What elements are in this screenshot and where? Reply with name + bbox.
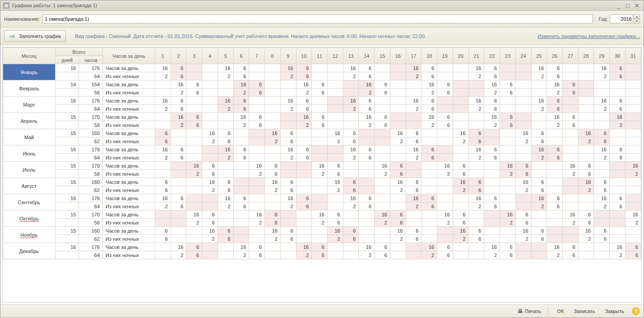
night-cell[interactable] bbox=[202, 202, 218, 210]
night-cell[interactable]: 2 bbox=[406, 154, 422, 162]
night-cell[interactable] bbox=[233, 235, 249, 243]
day-cell[interactable]: 6 bbox=[327, 210, 343, 219]
day-cell[interactable]: 6 bbox=[359, 97, 375, 105]
night-cell[interactable]: 2 bbox=[296, 89, 312, 97]
night-cell[interactable] bbox=[453, 251, 468, 259]
day-cell[interactable]: 16 bbox=[468, 64, 484, 72]
day-cell[interactable]: 6 bbox=[296, 194, 312, 202]
day-cell[interactable]: 6 bbox=[265, 210, 281, 219]
day-cell[interactable] bbox=[343, 162, 359, 170]
day-cell[interactable] bbox=[531, 80, 547, 89]
day-cell[interactable]: 16 bbox=[327, 178, 343, 186]
day-cell[interactable]: 6 bbox=[155, 178, 171, 186]
night-cell[interactable]: 6 bbox=[155, 137, 171, 145]
night-cell[interactable] bbox=[202, 251, 218, 259]
night-cell[interactable]: 6 bbox=[202, 170, 218, 178]
night-cell[interactable]: 6 bbox=[171, 72, 186, 80]
day-cell[interactable] bbox=[594, 80, 610, 89]
night-cell[interactable] bbox=[437, 202, 453, 210]
night-cell[interactable] bbox=[296, 219, 312, 227]
day-cell[interactable]: 6 bbox=[453, 210, 468, 219]
day-cell[interactable]: 16 bbox=[610, 243, 625, 251]
day-cell[interactable] bbox=[296, 162, 312, 170]
night-cell[interactable]: 2 bbox=[547, 121, 563, 129]
day-cell[interactable] bbox=[500, 145, 516, 154]
day-cell[interactable]: 6 bbox=[155, 129, 171, 137]
day-cell[interactable]: 6 bbox=[484, 64, 500, 72]
night-cell[interactable]: 2 bbox=[578, 235, 594, 243]
day-cell[interactable]: 6 bbox=[547, 97, 563, 105]
day-cell[interactable]: 6 bbox=[233, 97, 249, 105]
month-cell[interactable]: Май bbox=[3, 129, 56, 145]
night-cell[interactable]: 6 bbox=[468, 137, 484, 145]
night-cell[interactable]: 6 bbox=[406, 137, 422, 145]
day-cell[interactable]: 16 bbox=[406, 194, 422, 202]
night-cell[interactable]: 6 bbox=[218, 137, 233, 145]
day-cell[interactable] bbox=[202, 243, 218, 251]
day-cell[interactable] bbox=[453, 243, 468, 251]
night-cell[interactable] bbox=[578, 251, 594, 259]
day-cell[interactable]: 6 bbox=[249, 80, 265, 89]
night-cell[interactable] bbox=[594, 251, 610, 259]
night-cell[interactable] bbox=[202, 105, 218, 113]
day-cell[interactable]: 16 bbox=[202, 178, 218, 186]
day-cell[interactable]: 16 bbox=[265, 129, 281, 137]
day-cell[interactable]: 6 bbox=[484, 145, 500, 154]
day-cell[interactable]: 16 bbox=[296, 113, 312, 121]
night-cell[interactable]: 2 bbox=[500, 219, 516, 227]
day-cell[interactable]: 6 bbox=[171, 194, 186, 202]
day-cell[interactable]: 16 bbox=[484, 80, 500, 89]
night-cell[interactable] bbox=[265, 202, 281, 210]
night-cell[interactable]: 6 bbox=[453, 170, 468, 178]
day-cell[interactable]: 6 bbox=[563, 113, 579, 121]
night-cell[interactable]: 6 bbox=[594, 137, 610, 145]
day-cell[interactable]: 6 bbox=[422, 145, 437, 154]
day-cell[interactable] bbox=[265, 243, 281, 251]
day-cell[interactable] bbox=[500, 178, 516, 186]
night-cell[interactable] bbox=[563, 186, 579, 194]
day-cell[interactable]: 16 bbox=[406, 64, 422, 72]
day-cell[interactable] bbox=[327, 113, 343, 121]
day-cell[interactable]: 6 bbox=[515, 210, 531, 219]
night-cell[interactable] bbox=[468, 89, 484, 97]
night-cell[interactable]: 2 bbox=[406, 72, 422, 80]
month-cell[interactable]: Сентябрь bbox=[3, 194, 56, 210]
day-cell[interactable] bbox=[625, 64, 641, 72]
day-cell[interactable]: 16 bbox=[563, 210, 579, 219]
night-cell[interactable] bbox=[202, 72, 218, 80]
day-cell[interactable] bbox=[453, 64, 468, 72]
night-cell[interactable] bbox=[625, 89, 641, 97]
night-cell[interactable] bbox=[406, 219, 422, 227]
night-cell[interactable]: 2 bbox=[202, 137, 218, 145]
night-cell[interactable] bbox=[155, 121, 171, 129]
night-cell[interactable]: 2 bbox=[422, 251, 437, 259]
night-cell[interactable] bbox=[265, 121, 281, 129]
day-cell[interactable]: 6 bbox=[171, 145, 186, 154]
day-cell[interactable] bbox=[390, 97, 406, 105]
day-cell[interactable] bbox=[594, 210, 610, 219]
maximize-button[interactable]: □ bbox=[624, 2, 632, 9]
day-cell[interactable]: 6 bbox=[233, 145, 249, 154]
night-cell[interactable]: 6 bbox=[625, 251, 641, 259]
day-cell[interactable] bbox=[453, 145, 468, 154]
night-cell[interactable]: 6 bbox=[327, 219, 343, 227]
night-cell[interactable]: 2 bbox=[531, 154, 547, 162]
night-cell[interactable] bbox=[375, 202, 390, 210]
day-cell[interactable]: 16 bbox=[531, 97, 547, 105]
day-cell[interactable] bbox=[578, 243, 594, 251]
night-cell[interactable]: 6 bbox=[375, 121, 390, 129]
day-cell[interactable]: 16 bbox=[515, 227, 531, 235]
day-cell[interactable]: 16 bbox=[218, 97, 233, 105]
night-cell[interactable]: 6 bbox=[218, 186, 233, 194]
day-cell[interactable]: 6 bbox=[484, 97, 500, 105]
day-cell[interactable] bbox=[280, 210, 296, 219]
day-cell[interactable] bbox=[218, 113, 233, 121]
day-cell[interactable]: 6 bbox=[515, 162, 531, 170]
night-cell[interactable] bbox=[484, 219, 500, 227]
night-cell[interactable] bbox=[155, 89, 171, 97]
night-cell[interactable]: 6 bbox=[547, 154, 563, 162]
day-cell[interactable]: 6 bbox=[390, 162, 406, 170]
day-cell[interactable]: 6 bbox=[594, 129, 610, 137]
night-cell[interactable] bbox=[515, 89, 531, 97]
day-cell[interactable]: 6 bbox=[390, 210, 406, 219]
